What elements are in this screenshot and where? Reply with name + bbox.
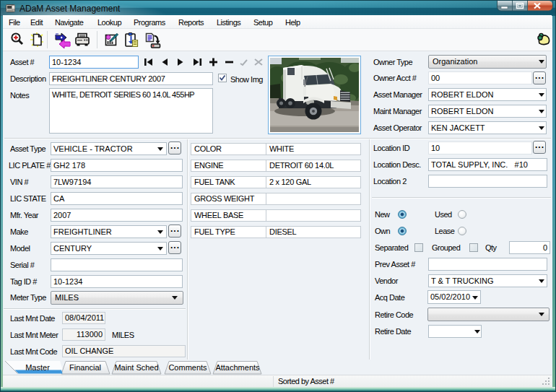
svg-text:Financial: Financial (69, 363, 101, 372)
svg-text:Master: Master (25, 363, 50, 372)
svg-text:Maint Sched: Maint Sched (114, 363, 158, 372)
svg-text:Attachments: Attachments (215, 363, 260, 372)
svg-text:Comments: Comments (168, 363, 207, 372)
